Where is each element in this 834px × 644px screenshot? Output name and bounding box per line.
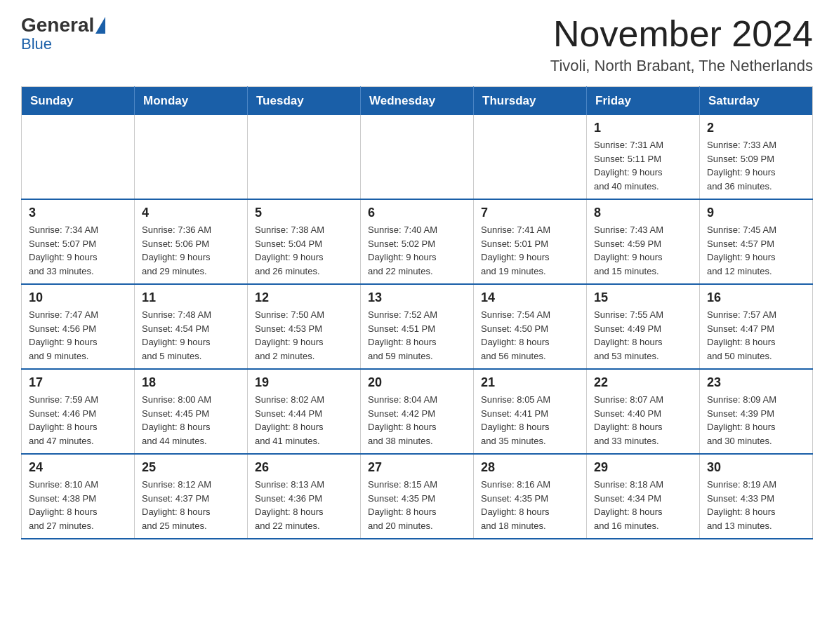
day-info: Sunrise: 7:41 AM Sunset: 5:01 PM Dayligh… xyxy=(481,223,579,278)
day-number: 12 xyxy=(255,290,353,305)
day-number: 13 xyxy=(368,290,466,305)
day-info: Sunrise: 7:40 AM Sunset: 5:02 PM Dayligh… xyxy=(368,223,466,278)
day-number: 6 xyxy=(368,206,466,220)
day-number: 5 xyxy=(255,206,353,220)
day-info: Sunrise: 7:59 AM Sunset: 4:46 PM Dayligh… xyxy=(29,393,127,448)
day-number: 7 xyxy=(481,206,579,220)
calendar-cell: 22Sunrise: 8:07 AM Sunset: 4:40 PM Dayli… xyxy=(587,369,700,454)
day-info: Sunrise: 7:33 AM Sunset: 5:09 PM Dayligh… xyxy=(707,138,805,193)
day-number: 18 xyxy=(142,375,240,390)
day-info: Sunrise: 8:04 AM Sunset: 4:42 PM Dayligh… xyxy=(368,393,466,448)
logo-triangle-icon xyxy=(95,17,105,34)
calendar-cell: 26Sunrise: 8:13 AM Sunset: 4:36 PM Dayli… xyxy=(248,454,361,539)
day-number: 14 xyxy=(481,290,579,305)
day-number: 8 xyxy=(594,206,692,220)
calendar-week-row: 10Sunrise: 7:47 AM Sunset: 4:56 PM Dayli… xyxy=(22,284,813,369)
calendar-cell: 3Sunrise: 7:34 AM Sunset: 5:07 PM Daylig… xyxy=(22,199,135,284)
calendar-cell xyxy=(248,115,361,199)
day-info: Sunrise: 7:54 AM Sunset: 4:50 PM Dayligh… xyxy=(481,308,579,363)
day-number: 20 xyxy=(368,375,466,390)
calendar-cell: 17Sunrise: 7:59 AM Sunset: 4:46 PM Dayli… xyxy=(22,369,135,454)
calendar-cell: 1Sunrise: 7:31 AM Sunset: 5:11 PM Daylig… xyxy=(587,115,700,199)
calendar-cell: 14Sunrise: 7:54 AM Sunset: 4:50 PM Dayli… xyxy=(474,284,587,369)
day-info: Sunrise: 8:15 AM Sunset: 4:35 PM Dayligh… xyxy=(368,478,466,532)
calendar-cell xyxy=(135,115,248,199)
calendar-header: SundayMondayTuesdayWednesdayThursdayFrid… xyxy=(22,87,813,116)
calendar-cell: 2Sunrise: 7:33 AM Sunset: 5:09 PM Daylig… xyxy=(700,115,813,199)
calendar-table: SundayMondayTuesdayWednesdayThursdayFrid… xyxy=(21,86,813,539)
day-info: Sunrise: 7:45 AM Sunset: 4:57 PM Dayligh… xyxy=(707,223,805,278)
day-info: Sunrise: 8:18 AM Sunset: 4:34 PM Dayligh… xyxy=(594,478,692,532)
day-info: Sunrise: 8:09 AM Sunset: 4:39 PM Dayligh… xyxy=(707,393,805,448)
calendar-cell: 15Sunrise: 7:55 AM Sunset: 4:49 PM Dayli… xyxy=(587,284,700,369)
calendar-cell: 6Sunrise: 7:40 AM Sunset: 5:02 PM Daylig… xyxy=(361,199,474,284)
day-info: Sunrise: 7:55 AM Sunset: 4:49 PM Dayligh… xyxy=(594,308,692,363)
day-number: 3 xyxy=(29,206,127,220)
day-info: Sunrise: 8:16 AM Sunset: 4:35 PM Dayligh… xyxy=(481,478,579,532)
month-title: November 2024 xyxy=(550,14,813,54)
weekday-header-row: SundayMondayTuesdayWednesdayThursdayFrid… xyxy=(22,87,813,116)
day-number: 27 xyxy=(368,460,466,475)
day-number: 9 xyxy=(707,206,805,220)
day-number: 29 xyxy=(594,460,692,475)
day-number: 21 xyxy=(481,375,579,390)
day-info: Sunrise: 8:02 AM Sunset: 4:44 PM Dayligh… xyxy=(255,393,353,448)
day-number: 4 xyxy=(142,206,240,220)
day-number: 24 xyxy=(29,460,127,475)
weekday-header-tuesday: Tuesday xyxy=(248,87,361,116)
calendar-cell: 19Sunrise: 8:02 AM Sunset: 4:44 PM Dayli… xyxy=(248,369,361,454)
day-info: Sunrise: 7:57 AM Sunset: 4:47 PM Dayligh… xyxy=(707,308,805,363)
location-subtitle: Tivoli, North Brabant, The Netherlands xyxy=(550,57,813,75)
calendar-cell: 4Sunrise: 7:36 AM Sunset: 5:06 PM Daylig… xyxy=(135,199,248,284)
day-info: Sunrise: 7:52 AM Sunset: 4:51 PM Dayligh… xyxy=(368,308,466,363)
weekday-header-monday: Monday xyxy=(135,87,248,116)
calendar-cell: 5Sunrise: 7:38 AM Sunset: 5:04 PM Daylig… xyxy=(248,199,361,284)
calendar-cell: 21Sunrise: 8:05 AM Sunset: 4:41 PM Dayli… xyxy=(474,369,587,454)
calendar-cell: 8Sunrise: 7:43 AM Sunset: 4:59 PM Daylig… xyxy=(587,199,700,284)
logo-blue-text: Blue xyxy=(21,35,52,53)
weekday-header-saturday: Saturday xyxy=(700,87,813,116)
calendar-cell: 27Sunrise: 8:15 AM Sunset: 4:35 PM Dayli… xyxy=(361,454,474,539)
day-number: 2 xyxy=(707,121,805,135)
day-info: Sunrise: 8:10 AM Sunset: 4:38 PM Dayligh… xyxy=(29,478,127,532)
day-info: Sunrise: 8:05 AM Sunset: 4:41 PM Dayligh… xyxy=(481,393,579,448)
day-number: 28 xyxy=(481,460,579,475)
calendar-cell: 29Sunrise: 8:18 AM Sunset: 4:34 PM Dayli… xyxy=(587,454,700,539)
calendar-cell xyxy=(22,115,135,199)
calendar-cell: 23Sunrise: 8:09 AM Sunset: 4:39 PM Dayli… xyxy=(700,369,813,454)
calendar-week-row: 3Sunrise: 7:34 AM Sunset: 5:07 PM Daylig… xyxy=(22,199,813,284)
day-info: Sunrise: 7:36 AM Sunset: 5:06 PM Dayligh… xyxy=(142,223,240,278)
calendar-week-row: 17Sunrise: 7:59 AM Sunset: 4:46 PM Dayli… xyxy=(22,369,813,454)
page-header: General Blue November 2024 Tivoli, North… xyxy=(21,14,813,75)
day-info: Sunrise: 7:47 AM Sunset: 4:56 PM Dayligh… xyxy=(29,308,127,363)
weekday-header-friday: Friday xyxy=(587,87,700,116)
day-number: 25 xyxy=(142,460,240,475)
day-number: 22 xyxy=(594,375,692,390)
day-info: Sunrise: 8:13 AM Sunset: 4:36 PM Dayligh… xyxy=(255,478,353,532)
day-info: Sunrise: 7:31 AM Sunset: 5:11 PM Dayligh… xyxy=(594,138,692,193)
weekday-header-wednesday: Wednesday xyxy=(361,87,474,116)
logo: General Blue xyxy=(21,14,107,53)
calendar-cell: 7Sunrise: 7:41 AM Sunset: 5:01 PM Daylig… xyxy=(474,199,587,284)
calendar-cell: 10Sunrise: 7:47 AM Sunset: 4:56 PM Dayli… xyxy=(22,284,135,369)
day-number: 23 xyxy=(707,375,805,390)
day-number: 19 xyxy=(255,375,353,390)
day-number: 15 xyxy=(594,290,692,305)
day-info: Sunrise: 7:43 AM Sunset: 4:59 PM Dayligh… xyxy=(594,223,692,278)
day-info: Sunrise: 7:34 AM Sunset: 5:07 PM Dayligh… xyxy=(29,223,127,278)
day-number: 11 xyxy=(142,290,240,305)
calendar-cell: 16Sunrise: 7:57 AM Sunset: 4:47 PM Dayli… xyxy=(700,284,813,369)
day-info: Sunrise: 8:12 AM Sunset: 4:37 PM Dayligh… xyxy=(142,478,240,532)
day-info: Sunrise: 7:50 AM Sunset: 4:53 PM Dayligh… xyxy=(255,308,353,363)
day-info: Sunrise: 8:19 AM Sunset: 4:33 PM Dayligh… xyxy=(707,478,805,532)
calendar-body: 1Sunrise: 7:31 AM Sunset: 5:11 PM Daylig… xyxy=(22,115,813,539)
title-area: November 2024 Tivoli, North Brabant, The… xyxy=(550,14,813,75)
calendar-cell: 13Sunrise: 7:52 AM Sunset: 4:51 PM Dayli… xyxy=(361,284,474,369)
calendar-cell xyxy=(474,115,587,199)
day-number: 30 xyxy=(707,460,805,475)
calendar-week-row: 1Sunrise: 7:31 AM Sunset: 5:11 PM Daylig… xyxy=(22,115,813,199)
day-info: Sunrise: 7:48 AM Sunset: 4:54 PM Dayligh… xyxy=(142,308,240,363)
day-number: 26 xyxy=(255,460,353,475)
day-number: 17 xyxy=(29,375,127,390)
day-info: Sunrise: 7:38 AM Sunset: 5:04 PM Dayligh… xyxy=(255,223,353,278)
